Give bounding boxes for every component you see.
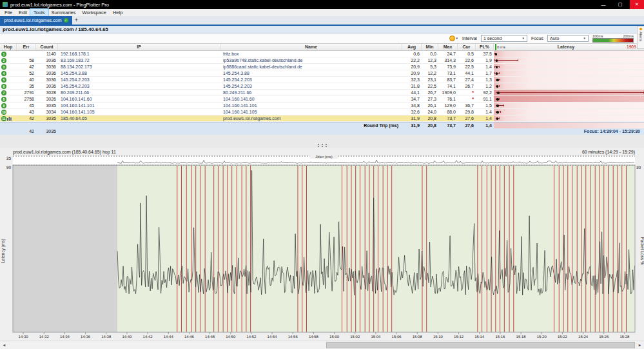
- col-avg[interactable]: Avg: [402, 44, 422, 50]
- col-name[interactable]: Name: [220, 44, 402, 50]
- svg-text:14:42: 14:42: [143, 335, 153, 339]
- controls-bar: ▼ Interval 1 second ▼ Focus Auto ▼ 100ms…: [0, 34, 644, 43]
- hop-latency-bar: [494, 70, 644, 76]
- svg-text:Jitter (ms): Jitter (ms): [315, 155, 333, 159]
- svg-text:14:56: 14:56: [288, 335, 298, 339]
- hop-ip: 88.134.202.173: [58, 64, 220, 70]
- menu-file[interactable]: File: [1, 9, 15, 16]
- interval-select[interactable]: 1 second ▼: [481, 35, 527, 42]
- col-max[interactable]: Max: [438, 44, 458, 50]
- hop-name: fritz.box: [220, 51, 402, 57]
- alerts-label: Alerts: [639, 32, 643, 41]
- svg-text:15:24: 15:24: [578, 335, 589, 339]
- hop-row[interactable]: 10433034104.160.141.105104.160.141.10532…: [0, 109, 644, 115]
- table-header: Hop Err Count IP Name Avg Min Max Cur PL…: [0, 43, 644, 51]
- col-err[interactable]: Err: [17, 44, 36, 50]
- hop-latency-bar: [494, 64, 644, 70]
- hop-ip: 104.160.141.105: [58, 109, 220, 115]
- hop-row[interactable]: 11423035185.40.64.65prod.euw1.lol.riotga…: [0, 115, 644, 122]
- maximize-button[interactable]: ▢: [613, 0, 627, 9]
- hop-row[interactable]: 5403036145.254.2.203145.254.2.20332,323,…: [0, 77, 644, 83]
- hop-number-icon: 1: [1, 52, 6, 57]
- window-title: prod.euw1.lol.riotgames.com - PingPlotte…: [10, 2, 594, 8]
- scroll-left-arrow-icon[interactable]: ◄: [0, 341, 8, 349]
- rt-min: 20,8: [422, 123, 438, 128]
- hop-ip: 83.169.183.72: [58, 57, 220, 63]
- scrollbar-thumb[interactable]: [326, 342, 635, 348]
- chevron-down-icon: ▼: [522, 37, 524, 40]
- latency-color-legend: 100ms 200ms: [592, 34, 634, 43]
- hop-cur: 0,5: [458, 51, 476, 57]
- hop-row[interactable]: 11140192.168.178.1fritz.box0,60,024,70,5…: [0, 51, 644, 57]
- rt-cur: 27,6: [458, 123, 476, 128]
- menu-edit[interactable]: Edit: [15, 9, 30, 16]
- col-hop[interactable]: Hop: [0, 44, 17, 50]
- menu-tools[interactable]: Tools: [30, 9, 48, 16]
- svg-text:15:16: 15:16: [495, 335, 505, 339]
- col-cur[interactable]: Cur: [458, 44, 476, 50]
- hop-number: 4: [0, 70, 17, 76]
- hop-min: 12,3: [422, 57, 438, 63]
- hop-ip: 80.249.211.66: [58, 90, 220, 95]
- rt-avg: 31,9: [402, 123, 422, 128]
- hop-avg: 22,2: [402, 57, 422, 63]
- menu-summaries[interactable]: Summaries: [48, 9, 79, 16]
- hop-count: 3034: [36, 109, 58, 115]
- hop-number-icon: 6: [1, 84, 6, 89]
- splitter-handle[interactable]: [0, 143, 644, 148]
- col-count[interactable]: Count: [36, 44, 58, 50]
- hop-latency-bar: [494, 77, 644, 83]
- hop-row[interactable]: 342303688.134.202.173ip5886caad.static.k…: [0, 64, 644, 70]
- hop-row[interactable]: 72791302880.249.211.6680.249.211.6644,12…: [0, 90, 644, 96]
- hop-max: 88,0: [438, 109, 458, 115]
- rt-max: 73,7: [438, 123, 458, 128]
- col-min[interactable]: Min: [422, 44, 438, 50]
- hop-max: 129,0: [438, 103, 458, 108]
- hop-min: 26,1: [422, 103, 438, 108]
- hop-cur: *: [458, 90, 476, 95]
- col-ip[interactable]: IP: [58, 44, 220, 50]
- horizontal-scrollbar[interactable]: ◄ ►: [0, 341, 644, 349]
- interval-label: Interval: [462, 36, 477, 41]
- svg-text:15:20: 15:20: [537, 335, 547, 339]
- hop-err: 40: [17, 77, 36, 83]
- hop-row[interactable]: 9453035104.160.141.101104.160.141.10134,…: [0, 103, 644, 109]
- hop-pl: 1,9: [476, 57, 494, 63]
- hop-min: 27,3: [422, 96, 438, 102]
- hop-count: 3036: [36, 70, 58, 76]
- latency-header-label: Latency: [558, 44, 574, 50]
- svg-text:14:32: 14:32: [39, 335, 50, 339]
- chevron-down-icon: ▼: [583, 37, 586, 40]
- hop-name: 145.254.3.88: [220, 70, 402, 76]
- svg-text:15:08: 15:08: [413, 335, 423, 339]
- hop-number: 8: [0, 96, 17, 102]
- menu-workspace[interactable]: Workspace: [79, 9, 109, 16]
- hop-count: 3036: [36, 64, 58, 70]
- timeline-graph[interactable]: prod.euw1.lol.riotgames.com (185.40.64.6…: [0, 148, 644, 341]
- col-pl[interactable]: PL%: [476, 44, 494, 50]
- hop-row[interactable]: 4523036145.254.3.88145.254.3.8820,912,27…: [0, 70, 644, 77]
- new-tab-button[interactable]: +: [72, 16, 81, 25]
- close-button[interactable]: ✕: [630, 0, 644, 9]
- hop-row[interactable]: 258303683.169.183.72ip53a9b748.static.ka…: [0, 57, 644, 64]
- hop-err: 43: [17, 109, 36, 115]
- menu-help[interactable]: Help: [110, 9, 126, 16]
- tab-active-target[interactable]: prod.euw1.lol.riotgames.com ✓: [0, 16, 72, 25]
- hop-row[interactable]: 827583026104.160.141.60104.160.141.6034,…: [0, 96, 644, 103]
- alerts-tab[interactable]: Alerts: [637, 26, 644, 49]
- hop-pl: 37,5: [476, 51, 494, 57]
- hop-err: 58: [17, 57, 36, 63]
- app-icon: [3, 2, 8, 7]
- focus-select[interactable]: Auto ▼: [547, 35, 589, 42]
- target-status-button[interactable]: ▼: [449, 35, 458, 41]
- minimize-button[interactable]: —: [596, 0, 610, 9]
- hop-max: 314,3: [438, 57, 458, 63]
- alert-dot-icon: [639, 28, 642, 30]
- hop-avg: 34,7: [402, 96, 422, 102]
- hop-row[interactable]: 6353036145.254.2.203145.254.2.20331,822,…: [0, 83, 644, 90]
- hop-min: 0,0: [422, 51, 438, 57]
- svg-text:14:58: 14:58: [309, 335, 319, 339]
- scroll-right-arrow-icon[interactable]: ►: [636, 341, 644, 349]
- hop-count: 3036: [36, 83, 58, 89]
- hop-err: 42: [17, 115, 36, 121]
